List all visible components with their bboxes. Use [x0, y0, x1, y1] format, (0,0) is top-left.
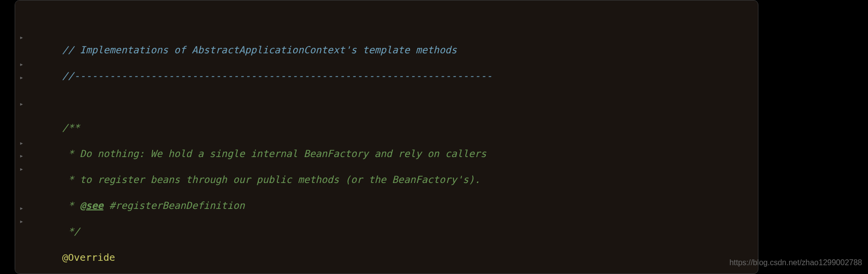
code-block[interactable]: //--------------------------------------…	[39, 4, 753, 274]
javadoc-see-tag: @see	[80, 200, 103, 211]
fold-marker-icon[interactable]: ▸	[18, 31, 25, 38]
annotation: @Override	[62, 251, 115, 263]
fold-marker-icon[interactable]: ▸	[18, 137, 25, 143]
javadoc-line: * to register beans through our public m…	[62, 174, 480, 185]
comment-line: //--------------------------------------…	[62, 70, 492, 82]
javadoc-line: /**	[62, 122, 80, 134]
fold-marker-icon[interactable]: ▸	[18, 71, 25, 78]
fold-marker-icon[interactable]: ▸	[18, 202, 25, 208]
javadoc-line: *	[62, 200, 80, 211]
fold-marker-icon[interactable]: ▸	[18, 58, 25, 65]
watermark-text: https://blog.csdn.net/zhao1299002788	[730, 256, 862, 270]
javadoc-line: * Do nothing: We hold a single internal …	[62, 148, 486, 160]
editor-gutter: ▸ ▸ ▸ ▸ ▸ ▸ ▸ ▸ ▸	[15, 0, 39, 274]
code-editor[interactable]: ▸ ▸ ▸ ▸ ▸ ▸ ▸ ▸ ▸ //--------------------…	[15, 0, 758, 274]
javadoc-line: #registerBeanDefinition	[103, 200, 245, 211]
javadoc-line: */	[62, 226, 80, 237]
fold-marker-icon[interactable]: ▸	[18, 97, 25, 104]
fold-marker-icon[interactable]: ▸	[18, 149, 25, 156]
fold-marker-icon[interactable]: ▸	[18, 162, 25, 169]
fold-marker-icon[interactable]: ▸	[18, 215, 25, 222]
comment-line: // Implementations of AbstractApplicatio…	[62, 44, 457, 56]
